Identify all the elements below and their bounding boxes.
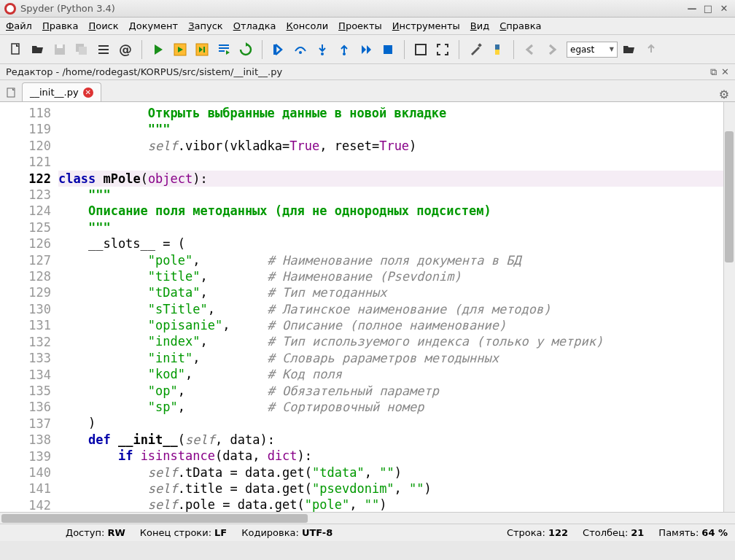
svg-rect-0 <box>12 44 19 54</box>
close-tab-icon[interactable]: ✕ <box>83 88 93 98</box>
menu-тладка[interactable]: Отладка <box>233 20 276 31</box>
browse-dir-button[interactable] <box>619 39 639 60</box>
at-icon[interactable]: @ <box>115 39 136 60</box>
maximize-pane-button[interactable] <box>411 39 431 60</box>
svg-rect-2 <box>57 44 63 48</box>
editor-breadcrumb: Редактор - /home/rodegast/KORPUS/src/sis… <box>0 64 735 80</box>
statusbar: Доступ: RW Конец строки: LF Кодировка: U… <box>0 524 735 541</box>
file-list-button[interactable] <box>3 84 20 101</box>
tabs-gear-icon[interactable]: ⚙ <box>719 88 729 101</box>
svg-rect-13 <box>416 44 426 55</box>
svg-rect-12 <box>384 45 392 54</box>
menu-окумент[interactable]: Документ <box>129 20 179 31</box>
menu-правка[interactable]: Справка <box>499 20 541 31</box>
run-cell-advance-button[interactable] <box>192 39 212 60</box>
status-eol-value: LF <box>214 527 227 538</box>
status-mem-value: 64 % <box>701 527 728 538</box>
run-selection-button[interactable] <box>214 39 234 60</box>
menu-нструменты[interactable]: Инструменты <box>392 20 460 31</box>
debug-button[interactable] <box>268 39 289 60</box>
menu-равка[interactable]: Правка <box>42 20 78 31</box>
run-button[interactable] <box>148 39 168 60</box>
code-editor[interactable]: 1181191201211221231241251261271281291301… <box>0 102 735 512</box>
status-access-value: RW <box>107 527 125 538</box>
code-area[interactable]: Открыть выбранные данные в новой вкладке… <box>55 102 735 512</box>
window-title: Spyder (Python 3.4) <box>20 3 685 14</box>
menu-оиск[interactable]: Поиск <box>88 20 118 31</box>
maximize-button[interactable]: □ <box>701 3 715 15</box>
step-into-button[interactable] <box>312 39 332 60</box>
working-dir-combo[interactable]: egast▼ <box>567 42 618 58</box>
step-over-button[interactable] <box>290 39 311 60</box>
svg-rect-14 <box>478 43 482 47</box>
status-col-label: Столбец: <box>583 527 628 538</box>
parent-dir-button[interactable] <box>641 39 661 60</box>
forward-button[interactable] <box>542 39 562 60</box>
line-number-gutter: 1181191201211221231241251261271281291301… <box>0 102 55 512</box>
menu-онсоли[interactable]: Консоли <box>287 20 329 31</box>
python-path-button[interactable] <box>487 39 508 60</box>
titlebar: Spyder (Python 3.4) — □ ✕ <box>0 0 735 18</box>
status-line-label: Строка: <box>507 527 545 538</box>
spyder-icon <box>4 3 16 15</box>
tabs-row: __init__.py ✕ ⚙ <box>0 80 735 102</box>
menu-айл[interactable]: Файл <box>6 20 32 31</box>
scrollbar-thumb[interactable] <box>1 514 308 523</box>
new-file-button[interactable] <box>6 39 26 60</box>
status-line-value: 122 <box>548 527 568 538</box>
svg-point-10 <box>321 52 324 55</box>
editor-path: Редактор - /home/rodegast/KORPUS/src/sis… <box>6 66 282 77</box>
preferences-button[interactable] <box>465 39 486 60</box>
pane-close-icon[interactable]: ✕ <box>721 66 729 78</box>
stop-button[interactable] <box>378 39 398 60</box>
menu-роекты[interactable]: Проекты <box>338 20 382 31</box>
toolbar: @ egast▼ <box>0 35 735 64</box>
svg-point-11 <box>343 52 346 55</box>
svg-rect-4 <box>79 47 87 55</box>
run-cell-button[interactable] <box>170 39 190 60</box>
rerun-button[interactable] <box>236 39 256 60</box>
status-mem-label: Память: <box>658 527 699 538</box>
step-out-button[interactable] <box>334 39 354 60</box>
pane-restore-icon[interactable]: ⧉ <box>710 66 717 78</box>
status-eol-label: Конец строки: <box>140 527 211 538</box>
vertical-scrollbar[interactable] <box>723 102 735 512</box>
menu-ид[interactable]: Вид <box>470 20 489 31</box>
minimize-button[interactable]: — <box>685 3 699 15</box>
open-file-button[interactable] <box>28 39 48 60</box>
svg-rect-8 <box>273 44 275 55</box>
continue-button[interactable] <box>356 39 376 60</box>
status-access-label: Доступ: <box>66 527 104 538</box>
fullscreen-button[interactable] <box>432 39 453 60</box>
back-button[interactable] <box>520 39 540 60</box>
svg-point-9 <box>299 51 302 54</box>
status-encoding-value: UTF-8 <box>302 527 332 538</box>
scrollbar-thumb[interactable] <box>725 131 734 262</box>
menubar: ФайлПравкаПоискДокументЗапускОтладкаКонс… <box>0 18 735 35</box>
tab-init-py[interactable]: __init__.py ✕ <box>22 82 101 101</box>
save-button[interactable] <box>50 39 70 60</box>
menu-апуск[interactable]: Запуск <box>188 20 223 31</box>
svg-rect-7 <box>203 47 205 52</box>
tab-label: __init__.py <box>30 87 79 98</box>
status-col-value: 21 <box>631 527 644 538</box>
close-button[interactable]: ✕ <box>718 3 731 15</box>
save-all-button[interactable] <box>71 39 92 60</box>
status-encoding-label: Кодировка: <box>241 527 299 538</box>
horizontal-scrollbar[interactable] <box>0 512 735 524</box>
list-icon[interactable] <box>93 39 114 60</box>
